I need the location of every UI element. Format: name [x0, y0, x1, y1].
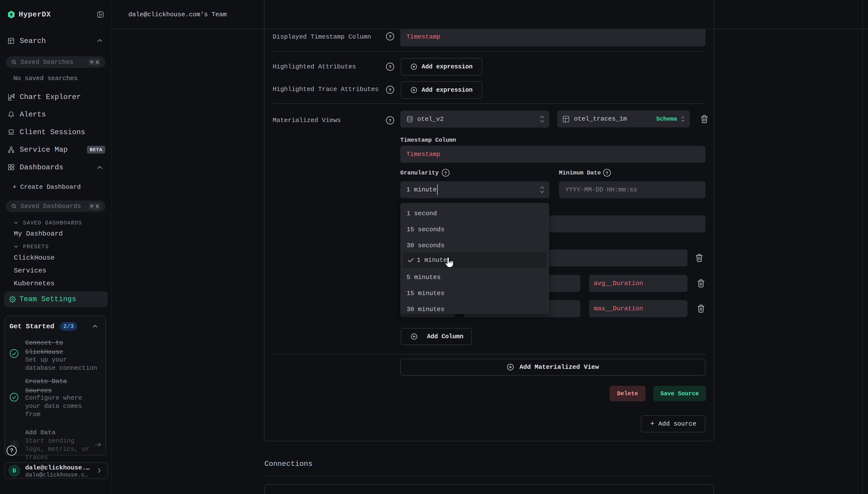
svg-text:?: ? [606, 171, 609, 176]
svg-text:?: ? [389, 88, 391, 93]
svg-text:?: ? [389, 64, 391, 70]
svg-text:?: ? [389, 34, 391, 40]
svg-text:?: ? [389, 118, 391, 124]
svg-text:?: ? [444, 171, 447, 176]
